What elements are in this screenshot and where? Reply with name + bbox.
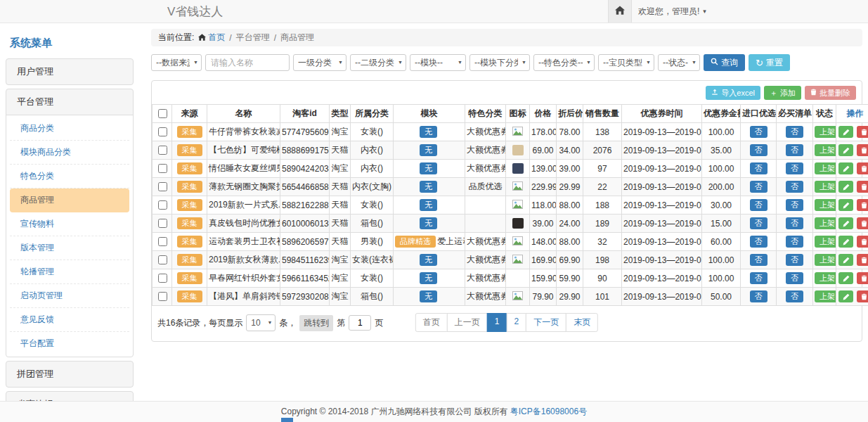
must-buy-badge[interactable]: 否	[786, 290, 803, 302]
sidebar-item[interactable]: 宣传物料	[10, 212, 129, 236]
pager-button[interactable]: 上一页	[447, 313, 488, 332]
status-badge[interactable]: 上架	[815, 126, 836, 138]
sidebar-item-active[interactable]: 商品管理	[10, 188, 129, 212]
edit-button[interactable]	[838, 236, 853, 248]
status-select[interactable]: --状态--	[658, 54, 700, 71]
select-all-checkbox[interactable]	[158, 109, 167, 118]
pager-button[interactable]: 2	[507, 313, 527, 332]
must-buy-badge[interactable]: 否	[786, 181, 803, 193]
row-checkbox[interactable]	[158, 200, 167, 210]
edit-button[interactable]	[838, 162, 853, 174]
add-button[interactable]: ＋ 添加	[764, 86, 801, 100]
module-subcategory-select[interactable]: --模块下分类--	[469, 54, 530, 71]
delete-button[interactable]	[857, 272, 868, 284]
sidebar-item[interactable]: 商品分类	[10, 117, 129, 141]
pager-button[interactable]: 末页	[566, 313, 598, 332]
delete-button[interactable]	[857, 217, 868, 229]
sidebar-item[interactable]: 意见反馈	[10, 308, 129, 332]
must-buy-badge[interactable]: 否	[786, 162, 803, 174]
row-checkbox[interactable]	[158, 255, 167, 264]
delete-button[interactable]	[857, 181, 868, 193]
reset-button[interactable]: ↻ 重置	[749, 54, 790, 71]
import-select-badge[interactable]: 否	[750, 254, 767, 266]
edit-button[interactable]	[838, 181, 853, 193]
edit-button[interactable]	[838, 144, 853, 156]
sidebar-item[interactable]: 启动页管理	[10, 284, 129, 308]
edit-button[interactable]	[838, 290, 853, 302]
import-select-badge[interactable]: 否	[750, 217, 767, 229]
sidebar-item[interactable]: 轮播管理	[10, 260, 129, 284]
edit-button[interactable]	[838, 199, 853, 211]
per-page-select[interactable]: 10	[246, 314, 276, 331]
row-checkbox[interactable]	[158, 127, 167, 136]
must-buy-badge[interactable]: 否	[786, 144, 803, 156]
row-checkbox[interactable]	[158, 237, 167, 246]
delete-button[interactable]	[857, 254, 868, 266]
delete-button[interactable]	[857, 144, 868, 156]
sidebar-item[interactable]: 模块商品分类	[10, 141, 129, 165]
must-buy-badge[interactable]: 否	[786, 199, 803, 211]
item-type-select[interactable]: --宝贝类型--	[598, 54, 654, 71]
module-select[interactable]: --模块--	[410, 54, 466, 71]
import-select-badge[interactable]: 否	[750, 272, 767, 284]
import-select-badge[interactable]: 否	[750, 126, 767, 138]
home-button[interactable]	[608, 0, 632, 23]
row-checkbox[interactable]	[158, 219, 167, 228]
row-checkbox[interactable]	[158, 274, 167, 283]
query-button[interactable]: 查询	[704, 54, 745, 71]
batch-delete-button[interactable]: 批量删除	[805, 86, 856, 100]
delete-button[interactable]	[857, 126, 868, 138]
row-checkbox[interactable]	[158, 146, 167, 155]
status-badge[interactable]: 上架	[815, 162, 836, 174]
must-buy-badge[interactable]: 否	[786, 272, 803, 284]
icp-link[interactable]: 粤ICP备16098006号	[510, 406, 587, 418]
import-excel-button[interactable]: 导入excel	[706, 86, 760, 100]
data-source-select[interactable]: --数据来源--	[151, 54, 202, 71]
import-select-badge[interactable]: 否	[750, 144, 767, 156]
edit-button[interactable]	[838, 217, 853, 229]
pager-button[interactable]: 首页	[415, 313, 448, 332]
status-badge[interactable]: 上架	[815, 181, 836, 193]
import-select-badge[interactable]: 否	[750, 199, 767, 211]
level1-category-select[interactable]: 一级分类	[293, 54, 346, 71]
sidebar-group[interactable]: 拼团管理	[6, 362, 133, 387]
edit-button[interactable]	[838, 254, 853, 266]
jump-button[interactable]: 跳转到	[299, 315, 333, 331]
row-checkbox[interactable]	[158, 164, 167, 173]
name-search-input[interactable]	[205, 54, 290, 71]
edit-button[interactable]	[838, 272, 853, 284]
must-buy-badge[interactable]: 否	[786, 126, 803, 138]
edit-button[interactable]	[838, 126, 853, 138]
sidebar-item[interactable]: 版本管理	[10, 236, 129, 260]
delete-button[interactable]	[857, 236, 868, 248]
row-checkbox[interactable]	[158, 292, 167, 301]
sidebar-item[interactable]: 特色分类	[10, 165, 129, 188]
import-select-badge[interactable]: 否	[750, 181, 767, 193]
import-select-badge[interactable]: 否	[750, 290, 767, 302]
status-badge[interactable]: 上架	[815, 144, 836, 156]
user-menu[interactable]: 欢迎您，管理员! ▾	[638, 0, 706, 23]
must-buy-badge[interactable]: 否	[786, 236, 803, 248]
import-select-badge[interactable]: 否	[750, 236, 767, 248]
status-badge[interactable]: 上架	[815, 199, 836, 211]
must-buy-badge[interactable]: 否	[786, 254, 803, 266]
delete-button[interactable]	[857, 199, 868, 211]
sidebar-group[interactable]: 平台管理	[6, 89, 133, 115]
page-number-input[interactable]	[349, 315, 371, 331]
sidebar-item[interactable]: 平台配置	[10, 332, 129, 355]
pager-button[interactable]: 下一页	[526, 313, 566, 332]
special-category-select[interactable]: --特色分类--	[533, 54, 595, 71]
delete-button[interactable]	[857, 162, 868, 174]
pager-button[interactable]: 1	[487, 313, 507, 332]
status-badge[interactable]: 上架	[815, 290, 836, 302]
status-badge[interactable]: 上架	[815, 272, 836, 284]
row-checkbox[interactable]	[158, 182, 167, 191]
status-badge[interactable]: 上架	[815, 254, 836, 266]
status-badge[interactable]: 上架	[815, 217, 836, 229]
level2-category-select[interactable]: --二级分类--	[350, 54, 406, 71]
sidebar-group[interactable]: 用户管理	[6, 59, 133, 84]
must-buy-badge[interactable]: 否	[786, 217, 803, 229]
status-badge[interactable]: 上架	[815, 236, 836, 248]
import-select-badge[interactable]: 否	[750, 162, 767, 174]
breadcrumb-home-link[interactable]: 首页	[198, 32, 225, 44]
